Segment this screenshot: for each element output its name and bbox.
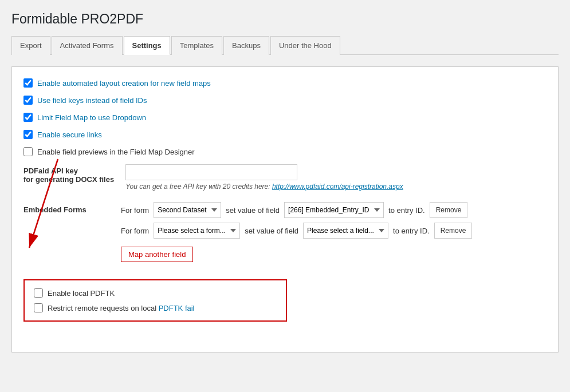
secure-links-checkbox[interactable] — [23, 130, 33, 139]
tab-export[interactable]: Export — [11, 36, 50, 55]
setting-auto-layout: Enable automated layout creation for new… — [23, 78, 547, 88]
for-form-label-2: For form — [121, 227, 149, 235]
tab-settings[interactable]: Settings — [124, 36, 170, 55]
remove-button-2[interactable]: Remove — [434, 223, 473, 239]
field-select-2[interactable]: Please select a field... — [303, 223, 388, 239]
embedded-row-2: For form Please select a form... set val… — [121, 223, 547, 239]
tab-templates[interactable]: Templates — [171, 36, 222, 55]
embedded-forms-section: Embedded Forms For form Second Dataset s… — [23, 202, 547, 262]
embedded-row-1: For form Second Dataset set value of fie… — [121, 202, 547, 218]
pdfaid-right: You can get a free API key with 20 credi… — [125, 164, 547, 191]
enable-pdftk-label[interactable]: Enable local PDFTK — [48, 289, 115, 298]
pdftk-restrict-row: Restrict remote requests on local PDFTK … — [34, 303, 277, 312]
dropdown-label[interactable]: Limit Field Map to use Dropdown — [37, 113, 146, 122]
map-another-field-button[interactable]: Map another field — [121, 247, 193, 262]
setting-field-keys: Use field keys instead of field IDs — [23, 96, 547, 105]
pdftk-section: Enable local PDFTK Restrict remote reque… — [23, 279, 287, 322]
field-keys-label[interactable]: Use field keys instead of field IDs — [37, 96, 147, 105]
restrict-remote-checkbox[interactable] — [34, 303, 43, 312]
form-select-2[interactable]: Please select a form... — [154, 223, 240, 239]
pdftk-enable-row: Enable local PDFTK — [34, 288, 277, 298]
page-title: Formidable PRO2PDF — [11, 11, 559, 27]
secure-links-label[interactable]: Enable secure links — [37, 130, 102, 139]
field-preview-checkbox[interactable] — [23, 147, 33, 156]
pdfaid-section: PDFaid API key for generating DOCX files… — [23, 164, 547, 191]
form-select-1[interactable]: Second Dataset — [154, 202, 221, 218]
setting-secure-links: Enable secure links — [23, 130, 547, 139]
set-value-label-1: set value of field — [226, 206, 280, 215]
set-value-label-2: set value of field — [245, 227, 298, 235]
pdfaid-label: PDFaid API key for generating DOCX files — [23, 164, 114, 184]
tab-backups[interactable]: Backups — [223, 36, 269, 55]
tab-bar: Export Activated Forms Settings Template… — [11, 35, 559, 55]
restrict-remote-label[interactable]: Restrict remote requests on local PDFTK … — [48, 304, 195, 312]
tab-activated-forms[interactable]: Activated Forms — [52, 36, 123, 55]
setting-dropdown: Limit Field Map to use Dropdown — [23, 113, 547, 122]
field-preview-label[interactable]: Enable field previews in the Field Map D… — [37, 148, 195, 156]
embedded-forms-label: Embedded Forms — [23, 202, 109, 214]
for-form-label-1: For form — [121, 206, 149, 215]
to-entry-label-1: to entry ID. — [388, 206, 425, 215]
pdfaid-link[interactable]: http://www.pdfaid.com/api-registration.a… — [272, 183, 403, 191]
remove-button-1[interactable]: Remove — [430, 202, 468, 218]
enable-pdftk-checkbox[interactable] — [34, 288, 43, 298]
to-entry-label-2: to entry ID. — [393, 227, 430, 235]
pdftk-fail-link[interactable]: PDFTK fail — [159, 304, 195, 312]
setting-field-preview: Enable field previews in the Field Map D… — [23, 147, 547, 156]
auto-layout-label[interactable]: Enable automated layout creation for new… — [37, 79, 211, 88]
field-select-1[interactable]: [266] Embedded_Entry_ID — [284, 202, 384, 218]
pdfaid-hint: You can get a free API key with 20 credi… — [125, 183, 547, 191]
embedded-forms-right: For form Second Dataset set value of fie… — [121, 202, 547, 262]
field-keys-checkbox[interactable] — [23, 96, 33, 105]
dropdown-checkbox[interactable] — [23, 113, 33, 122]
tab-under-the-hood[interactable]: Under the Hood — [270, 36, 340, 55]
auto-layout-checkbox[interactable] — [23, 78, 33, 88]
pdfaid-api-input[interactable] — [125, 164, 297, 180]
settings-content: Enable automated layout creation for new… — [11, 66, 559, 353]
